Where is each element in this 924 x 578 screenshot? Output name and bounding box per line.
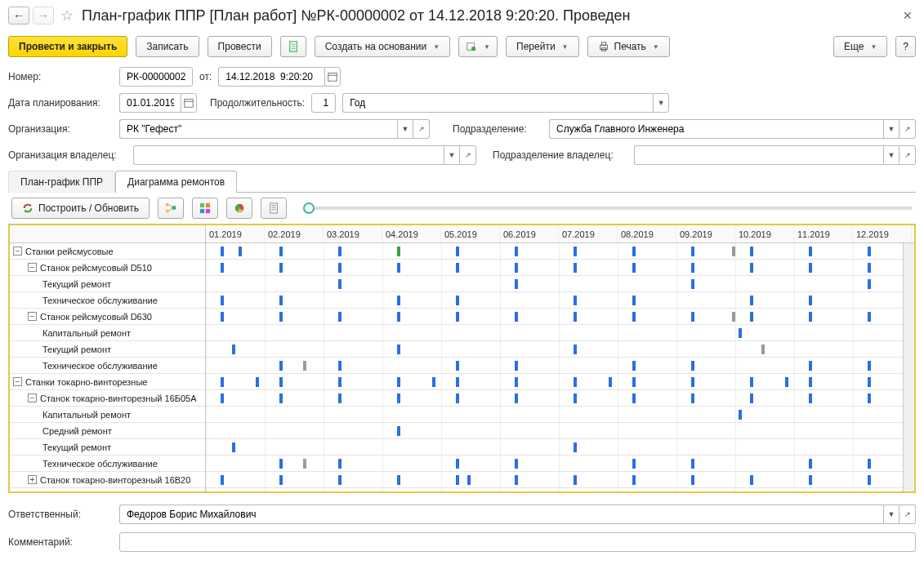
gantt-bar[interactable] <box>397 345 400 354</box>
gantt-bar[interactable] <box>632 361 636 371</box>
gantt-bar[interactable] <box>338 361 341 371</box>
gantt-bar[interactable] <box>868 377 871 387</box>
gantt-bar[interactable] <box>809 263 812 273</box>
gantt-bar[interactable] <box>456 312 459 322</box>
gantt-bar[interactable] <box>338 312 341 322</box>
expand-icon[interactable]: + <box>28 475 37 484</box>
gantt-bar[interactable] <box>632 393 636 403</box>
gantt-bar[interactable] <box>515 312 518 322</box>
gantt-bar[interactable] <box>574 442 577 452</box>
gantt-bar[interactable] <box>750 296 753 305</box>
gantt-bar[interactable] <box>574 247 577 256</box>
gantt-bar[interactable] <box>279 361 283 371</box>
gantt-bar[interactable] <box>809 296 812 305</box>
gantt-bar[interactable] <box>303 459 306 469</box>
report-button[interactable] <box>261 198 287 219</box>
org-input[interactable] <box>125 122 392 136</box>
gantt-bar[interactable] <box>397 393 400 403</box>
gantt-bar[interactable] <box>279 377 283 387</box>
gantt-bar[interactable] <box>515 459 518 469</box>
gantt-bar[interactable] <box>221 296 224 305</box>
favorite-star-icon[interactable]: ☆ <box>60 7 74 24</box>
gantt-bar[interactable] <box>338 377 341 387</box>
gantt-bar[interactable] <box>279 459 283 469</box>
gantt-bar[interactable] <box>397 263 400 273</box>
gantt-bar[interactable] <box>732 312 735 322</box>
gantt-bar[interactable] <box>750 475 753 485</box>
gantt-bar[interactable] <box>338 393 341 403</box>
tree-view-button[interactable] <box>158 198 184 219</box>
gantt-bar[interactable] <box>397 377 400 387</box>
gantt-bar[interactable] <box>239 247 242 256</box>
gantt-bar[interactable] <box>732 247 735 256</box>
open-button[interactable]: ↗ <box>460 145 476 165</box>
gantt-bar[interactable] <box>397 426 400 436</box>
open-button[interactable]: ↗ <box>899 119 916 139</box>
gantt-bar[interactable] <box>691 263 694 273</box>
gantt-bar[interactable] <box>515 475 518 485</box>
gantt-bar[interactable] <box>609 377 612 387</box>
duration-input[interactable] <box>317 96 330 109</box>
gantt-bar[interactable] <box>574 475 577 485</box>
gantt-bar[interactable] <box>691 475 694 485</box>
gantt-bar[interactable] <box>221 312 224 322</box>
date-input[interactable] <box>224 70 319 83</box>
tree-row[interactable]: Текущий ремонт <box>10 439 205 456</box>
gantt-bar[interactable] <box>221 393 224 403</box>
tree-row[interactable]: Средний ремонт <box>10 423 205 439</box>
gantt-bar[interactable] <box>279 247 283 256</box>
gantt-bar[interactable] <box>279 393 283 403</box>
gantt-bar[interactable] <box>397 296 400 305</box>
tree-row[interactable]: −Станки рейсмусовые <box>10 243 205 260</box>
goto-button[interactable]: Перейти▼ <box>506 36 578 57</box>
open-button[interactable]: ↗ <box>413 119 430 139</box>
gantt-bar[interactable] <box>515 279 518 289</box>
gantt-bar[interactable] <box>456 361 459 371</box>
gantt-bar[interactable] <box>632 296 636 305</box>
tree-row[interactable]: −Станок рейсмусовый D510 <box>10 260 205 276</box>
number-input[interactable] <box>125 70 187 83</box>
gantt-bar[interactable] <box>256 377 259 387</box>
gantt-bar[interactable] <box>574 312 577 322</box>
gantt-bar[interactable] <box>232 345 235 354</box>
tree-row[interactable]: −Станок рейсмусовый D630 <box>10 309 205 325</box>
responsible-input[interactable] <box>125 508 878 521</box>
tree-row[interactable]: −Станки токарно-винторезные <box>10 374 205 390</box>
gantt-bar[interactable] <box>303 361 306 371</box>
gantt-bar[interactable] <box>809 459 812 469</box>
zoom-slider[interactable] <box>303 207 913 210</box>
gantt-bar[interactable] <box>456 247 459 256</box>
open-button[interactable]: ↗ <box>899 145 916 165</box>
gantt-bar[interactable] <box>221 475 224 485</box>
gantt-bar[interactable] <box>574 263 577 273</box>
gantt-bar[interactable] <box>691 393 694 403</box>
gantt-bar[interactable] <box>397 475 400 485</box>
gantt-bar[interactable] <box>279 312 283 322</box>
dropdown-button[interactable]: ▼ <box>397 119 413 139</box>
gantt-bar[interactable] <box>456 377 459 387</box>
gantt-bar[interactable] <box>750 377 753 387</box>
gantt-bar[interactable] <box>739 328 742 338</box>
dropdown-button[interactable]: ▼ <box>444 145 460 165</box>
collapse-icon[interactable]: − <box>28 312 37 321</box>
gantt-bar[interactable] <box>632 263 636 273</box>
chart-button[interactable] <box>226 198 252 219</box>
org-owner-input[interactable] <box>139 149 439 162</box>
gantt-bar[interactable] <box>397 247 400 256</box>
grid-view-button[interactable] <box>192 198 218 219</box>
gantt-bar[interactable] <box>221 377 224 387</box>
dropdown-button[interactable]: ▼ <box>883 145 899 165</box>
forward-button[interactable]: → <box>33 7 54 24</box>
slider-thumb[interactable] <box>303 202 315 214</box>
gantt-bar[interactable] <box>574 296 577 305</box>
gantt-bar[interactable] <box>868 459 871 469</box>
gantt-bar[interactable] <box>632 312 636 322</box>
gantt-bar[interactable] <box>750 247 753 256</box>
tree-row[interactable]: Техническое обслуживание <box>10 292 205 309</box>
gantt-bar[interactable] <box>456 296 459 305</box>
gantt-bar[interactable] <box>809 377 812 387</box>
vertical-scrollbar[interactable] <box>903 243 914 491</box>
write-button[interactable]: Записать <box>136 36 199 57</box>
gantt-bar[interactable] <box>809 361 812 371</box>
tab-diagram[interactable]: Диаграмма ремонтов <box>115 171 237 193</box>
